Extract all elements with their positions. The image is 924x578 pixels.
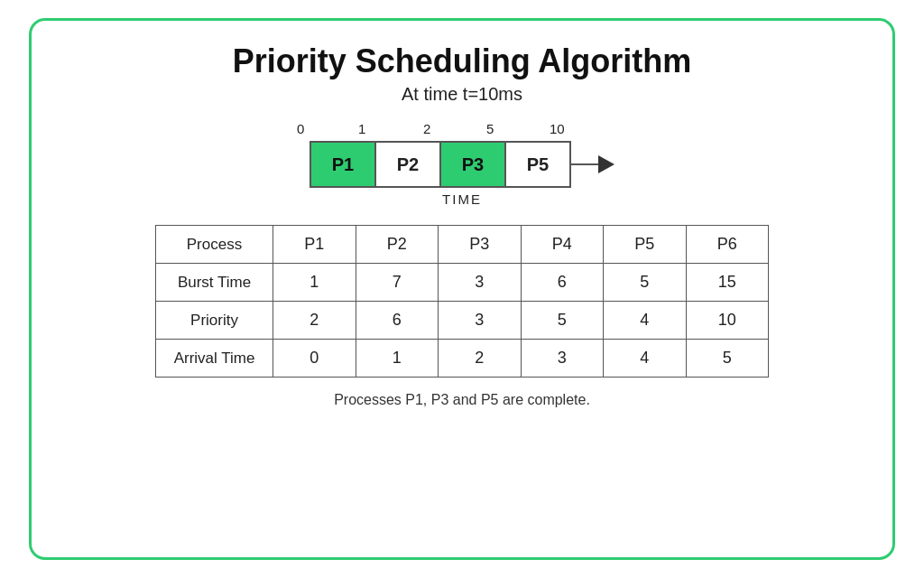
data-table: Process P1 P2 P3 P4 P5 P6 Burst Time 1 7… bbox=[155, 225, 769, 378]
burst-p3: 3 bbox=[439, 264, 522, 302]
table-header-row: Process P1 P2 P3 P4 P5 P6 bbox=[156, 226, 769, 264]
priority-p4: 5 bbox=[521, 302, 604, 340]
footer-note: Processes P1, P3 and P5 are complete. bbox=[334, 392, 590, 408]
gantt-block-p1: P1 bbox=[311, 141, 376, 188]
col-header-p4: P4 bbox=[521, 226, 604, 264]
gantt-blocks: P1 P2 P3 P5 bbox=[310, 141, 571, 188]
main-card: Priority Scheduling Algorithm At time t=… bbox=[29, 18, 895, 560]
burst-p2: 7 bbox=[356, 264, 439, 302]
row-label-priority: Priority bbox=[156, 302, 273, 340]
priority-p1: 2 bbox=[273, 302, 356, 340]
arrow-line bbox=[571, 163, 598, 165]
row-label-arrival: Arrival Time bbox=[156, 340, 273, 378]
table-row-priority: Priority 2 6 3 5 4 10 bbox=[156, 302, 769, 340]
burst-p4: 6 bbox=[521, 264, 604, 302]
arrival-p4: 3 bbox=[521, 340, 604, 378]
col-header-p2: P2 bbox=[356, 226, 439, 264]
col-header-process: Process bbox=[156, 226, 273, 264]
priority-p2: 6 bbox=[356, 302, 439, 340]
row-label-burst: Burst Time bbox=[156, 264, 273, 302]
gantt-arrow bbox=[571, 155, 614, 173]
time-label-5: 5 bbox=[486, 121, 494, 136]
time-label-10: 10 bbox=[550, 121, 565, 136]
burst-p5: 5 bbox=[604, 264, 687, 302]
priority-p5: 4 bbox=[604, 302, 687, 340]
burst-p6: 15 bbox=[686, 264, 769, 302]
col-header-p1: P1 bbox=[273, 226, 356, 264]
table-row-burst: Burst Time 1 7 3 6 5 15 bbox=[156, 264, 769, 302]
gantt-block-p2: P2 bbox=[376, 141, 441, 188]
time-axis-label: TIME bbox=[442, 191, 482, 207]
time-labels: 0 1 2 5 10 bbox=[295, 121, 629, 141]
table-row-arrival: Arrival Time 0 1 2 3 4 5 bbox=[156, 340, 769, 378]
arrival-p2: 1 bbox=[356, 340, 439, 378]
priority-p6: 10 bbox=[686, 302, 769, 340]
arrival-p1: 0 bbox=[273, 340, 356, 378]
burst-p1: 1 bbox=[273, 264, 356, 302]
gantt-blocks-row: P1 P2 P3 P5 bbox=[60, 141, 864, 188]
arrow-head-icon bbox=[598, 155, 614, 173]
priority-p3: 3 bbox=[439, 302, 522, 340]
arrival-p5: 4 bbox=[604, 340, 687, 378]
time-label-0: 0 bbox=[297, 121, 304, 136]
subtitle: At time t=10ms bbox=[402, 84, 522, 105]
page-title: Priority Scheduling Algorithm bbox=[233, 42, 692, 80]
arrival-p3: 2 bbox=[439, 340, 522, 378]
gantt-block-p3: P3 bbox=[441, 141, 506, 188]
col-header-p6: P6 bbox=[686, 226, 769, 264]
time-label-1: 1 bbox=[358, 121, 365, 136]
col-header-p3: P3 bbox=[439, 226, 522, 264]
time-label-2: 2 bbox=[423, 121, 430, 136]
col-header-p5: P5 bbox=[604, 226, 687, 264]
arrival-p6: 5 bbox=[686, 340, 769, 378]
gantt-chart: 0 1 2 5 10 P1 P2 P3 P5 TIME bbox=[60, 121, 864, 207]
gantt-block-p5: P5 bbox=[506, 141, 571, 188]
